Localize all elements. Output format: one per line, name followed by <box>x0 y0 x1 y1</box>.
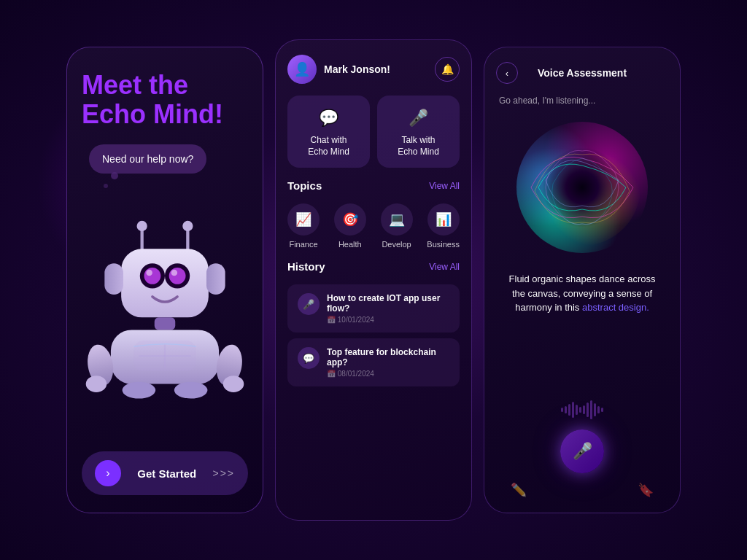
view-all-history[interactable]: View All <box>429 262 460 272</box>
chat-card[interactable]: 💬 Chat withEcho Mind <box>287 96 370 168</box>
description-highlight: abstract design. <box>582 302 649 313</box>
description-text: Fluid organic shapes dance across the ca… <box>496 272 668 315</box>
svg-point-10 <box>171 270 178 276</box>
svg-point-20 <box>86 376 107 392</box>
svg-point-23 <box>174 382 208 399</box>
get-started-bar[interactable]: › Get Started >>> <box>82 451 248 495</box>
topic-health[interactable]: 🎯 Health <box>334 203 366 249</box>
history-icon-1: 🎤 <box>298 293 320 315</box>
topic-finance[interactable]: 📈 Finance <box>287 203 320 249</box>
svg-point-9 <box>146 270 152 276</box>
bookmark-icon[interactable]: 🔖 <box>638 482 654 498</box>
topic-develop[interactable]: 💻 Develop <box>381 203 413 249</box>
history-item-2[interactable]: 💬 Top feature for blockchain app? 📅 08/0… <box>287 338 460 386</box>
orb-container <box>509 114 655 260</box>
history-content-2: Top feature for blockchain app? 📅 08/01/… <box>327 347 449 378</box>
history-content-1: How to create IOT app user flow? 📅 10/01… <box>327 293 449 324</box>
screen-3: ‹ Voice Assessment Go ahead, I'm listeni… <box>484 47 681 513</box>
speech-bubble-text: Need our help now? <box>102 153 193 165</box>
title-line2-purple: Echo Mind! <box>82 99 223 129</box>
develop-icon: 💻 <box>381 203 413 236</box>
history-item-1[interactable]: 🎤 How to create IOT app user flow? 📅 10/… <box>287 284 460 332</box>
svg-point-21 <box>223 376 244 392</box>
chat-label: Chat withEcho Mind <box>308 135 349 158</box>
view-all-topics[interactable]: View All <box>429 181 460 191</box>
listening-text: Go ahead, I'm listening... <box>496 96 595 106</box>
bell-button[interactable]: 🔔 <box>435 57 460 82</box>
topics-grid: 📈 Finance 🎯 Health 💻 Develop 📊 Business <box>287 203 460 249</box>
svg-rect-13 <box>155 318 176 330</box>
topic-business[interactable]: 📊 Business <box>427 203 460 249</box>
business-icon: 📊 <box>427 203 460 236</box>
screen3-title: Voice Assessment <box>538 67 627 79</box>
action-cards: 💬 Chat withEcho Mind 🎤 Talk withEcho Min… <box>287 96 460 168</box>
title-line1: Meet the <box>82 70 188 100</box>
history-icon-2: 💬 <box>298 347 320 369</box>
svg-point-1 <box>137 221 147 231</box>
screen-1: Meet the Echo Mind! Need our help now? <box>66 47 263 513</box>
talk-card[interactable]: 🎤 Talk withEcho Mind <box>377 96 460 168</box>
profile-name: Mark Jonson! <box>324 63 390 75</box>
svg-point-8 <box>169 268 186 284</box>
topics-header: Topics View All <box>287 179 460 192</box>
history-header: History View All <box>287 260 460 273</box>
get-started-text: Get Started <box>137 467 196 480</box>
mic-button-area: 🎤 ✏️ 🔖 <box>496 399 668 498</box>
get-started-arrows: >>> <box>212 467 235 479</box>
orb-svg <box>509 114 655 260</box>
history-title: History <box>287 260 325 273</box>
profile-row: 👤 Mark Jonson! 🔔 <box>287 55 460 84</box>
get-started-icon: › <box>95 460 121 486</box>
waveform <box>509 399 655 421</box>
mic-icon: 🎤 <box>409 109 428 128</box>
svg-point-22 <box>123 382 156 399</box>
wave-bar <box>561 408 563 412</box>
svg-point-7 <box>144 268 161 284</box>
screen1-title: Meet the Echo Mind! <box>82 71 248 128</box>
robot-container <box>82 166 248 444</box>
screens-wrapper: Meet the Echo Mind! Need our help now? <box>66 39 681 521</box>
svg-rect-11 <box>104 264 123 295</box>
screen3-header: ‹ Voice Assessment <box>496 62 668 84</box>
health-icon: 🎯 <box>334 203 366 236</box>
avatar: 👤 <box>287 55 317 84</box>
svg-point-3 <box>182 221 193 231</box>
pencil-icon[interactable]: ✏️ <box>511 482 527 498</box>
profile-info: 👤 Mark Jonson! <box>287 55 390 84</box>
svg-rect-4 <box>121 249 209 318</box>
speech-bubble: Need our help now? <box>89 144 206 174</box>
finance-icon: 📈 <box>287 203 320 236</box>
topics-title: Topics <box>287 179 322 192</box>
robot-illustration <box>82 211 248 399</box>
svg-point-28 <box>542 147 622 228</box>
back-button[interactable]: ‹ <box>496 62 518 84</box>
mic-main-button[interactable]: 🎤 <box>560 429 604 473</box>
chat-icon: 💬 <box>319 109 338 128</box>
talk-label: Talk withEcho Mind <box>398 135 439 158</box>
screen-2: 👤 Mark Jonson! 🔔 💬 Chat withEcho Mind 🎤 … <box>275 39 472 521</box>
history-list: 🎤 How to create IOT app user flow? 📅 10/… <box>287 284 460 386</box>
bottom-icons: ✏️ 🔖 <box>496 482 668 498</box>
svg-rect-12 <box>206 264 225 295</box>
